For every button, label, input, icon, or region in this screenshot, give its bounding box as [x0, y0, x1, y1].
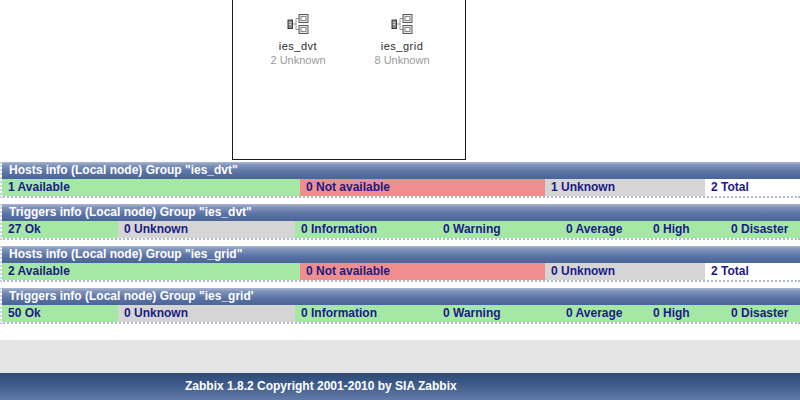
hosts-info-row: 1 Available 0 Not available 1 Unknown 2 … [2, 179, 800, 196]
total-cell: 2 Total [705, 263, 800, 280]
warning-cell: 0 Warning [437, 221, 560, 238]
widget-header: Hosts info (Local node) Group "ies_grid" [2, 246, 800, 263]
map-host-ies-grid[interactable]: ies_grid 8 Unknown [355, 12, 449, 66]
total-cell: 2 Total [705, 179, 800, 196]
footer-copyright-text: Zabbix 1.8.2 Copyright 2001-2010 by SIA … [185, 379, 457, 393]
average-cell: 0 Average [560, 221, 647, 238]
widget-hosts-info-ies-dvt: Hosts info (Local node) Group "ies_dvt" … [0, 162, 800, 198]
triggers-info-row: 50 Ok 0 Unknown 0 Information 0 Warning … [2, 305, 800, 322]
bottom-gray-band [0, 340, 800, 373]
average-cell: 0 Average [560, 305, 647, 322]
host-name: ies_grid [355, 40, 449, 52]
disaster-cell: 0 Disaster [725, 221, 800, 238]
footer-bar: Zabbix 1.8.2 Copyright 2001-2010 by SIA … [0, 373, 800, 400]
warning-cell: 0 Warning [437, 305, 560, 322]
widget-header: Triggers info (Local node) Group "ies_dv… [2, 204, 800, 221]
host-group-icon [251, 12, 345, 36]
unknown-cell: 0 Unknown [545, 263, 705, 280]
status-widgets: Hosts info (Local node) Group "ies_dvt" … [0, 162, 800, 330]
network-map-panel: ies_dvt 2 Unknown ies_grid 8 Unknown [232, 0, 466, 160]
available-cell: 1 Available [2, 179, 300, 196]
host-group-icon [355, 12, 449, 36]
widget-hosts-info-ies-grid: Hosts info (Local node) Group "ies_grid"… [0, 246, 800, 282]
hosts-info-row: 2 Available 0 Not available 0 Unknown 2 … [2, 263, 800, 280]
ok-cell: 27 Ok [2, 221, 118, 238]
host-status: 2 Unknown [251, 54, 345, 66]
not-available-cell: 0 Not available [300, 263, 545, 280]
map-host-ies-dvt[interactable]: ies_dvt 2 Unknown [251, 12, 345, 66]
high-cell: 0 High [647, 221, 725, 238]
unknown-cell: 1 Unknown [545, 179, 705, 196]
disaster-cell: 0 Disaster [725, 305, 800, 322]
widget-triggers-info-ies-dvt: Triggers info (Local node) Group "ies_dv… [0, 204, 800, 240]
information-cell: 0 Information [295, 221, 437, 238]
ok-cell: 50 Ok [2, 305, 118, 322]
triggers-info-row: 27 Ok 0 Unknown 0 Information 0 Warning … [2, 221, 800, 238]
high-cell: 0 High [647, 305, 725, 322]
not-available-cell: 0 Not available [300, 179, 545, 196]
widget-triggers-info-ies-grid: Triggers info (Local node) Group "ies_gr… [0, 288, 800, 324]
information-cell: 0 Information [295, 305, 437, 322]
host-status: 8 Unknown [355, 54, 449, 66]
zabbix-dashboard-page: ies_dvt 2 Unknown ies_grid 8 Unknown [0, 0, 800, 400]
host-name: ies_dvt [251, 40, 345, 52]
unknown-cell: 0 Unknown [118, 221, 295, 238]
widget-header: Hosts info (Local node) Group "ies_dvt" [2, 162, 800, 179]
available-cell: 2 Available [2, 263, 300, 280]
widget-header: Triggers info (Local node) Group "ies_gr… [2, 288, 800, 305]
unknown-cell: 0 Unknown [118, 305, 295, 322]
